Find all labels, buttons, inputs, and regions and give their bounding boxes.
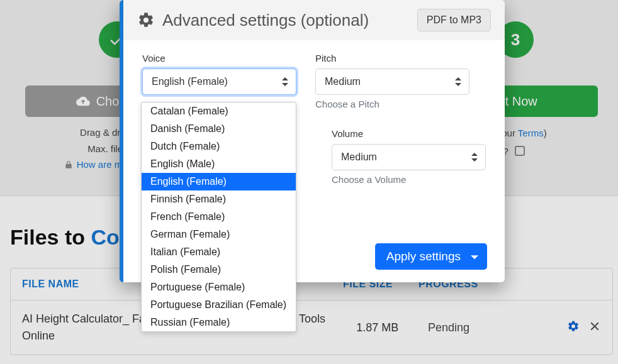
apply-settings-button[interactable]: Apply settings — [375, 243, 487, 270]
chevron-down-icon — [471, 255, 478, 259]
advanced-settings-modal: Advanced settings (optional) PDF to MP3 … — [120, 0, 505, 282]
voice-option[interactable]: Polish (Female) — [142, 261, 296, 279]
pitch-select-value: Medium — [325, 76, 361, 87]
volume-help: Choose a Volume — [332, 174, 486, 185]
voice-option[interactable]: German (Female) — [142, 226, 296, 243]
caret-icon — [455, 77, 461, 86]
pitch-help: Choose a Pitch — [315, 99, 469, 109]
modal-footer: Apply settings — [375, 243, 487, 270]
pitch-label: Pitch — [315, 53, 469, 63]
gear-icon — [137, 11, 155, 29]
modal-header: Advanced settings (optional) PDF to MP3 — [123, 0, 505, 40]
voice-option[interactable]: Finnish (Female) — [142, 190, 296, 208]
voice-option[interactable]: Dutch (Female) — [142, 138, 296, 155]
volume-label: Volume — [332, 128, 486, 139]
caret-icon — [282, 77, 288, 86]
modal-title-text: Advanced settings (optional) — [162, 11, 369, 30]
voice-option[interactable]: Portuguese (Female) — [142, 279, 296, 296]
conversion-type-button[interactable]: PDF to MP3 — [417, 9, 491, 31]
voice-option[interactable]: Russian (Female) — [142, 314, 296, 331]
voice-option[interactable]: Italian (Female) — [142, 243, 296, 261]
voice-label: Voice — [142, 53, 296, 63]
volume-select[interactable]: Medium — [332, 144, 486, 170]
voice-dropdown[interactable]: Catalan (Female)Danish (Female)Dutch (Fe… — [141, 102, 296, 332]
pitch-field: Pitch Medium Choose a Pitch — [315, 53, 469, 109]
voice-select[interactable]: English (Female) — [142, 69, 296, 95]
caret-icon — [471, 153, 478, 162]
voice-option[interactable]: Danish (Female) — [142, 120, 296, 138]
voice-select-value: English (Female) — [152, 76, 228, 87]
app-root: 3 Choose Files Convert Now Drag & drop f… — [0, 0, 618, 364]
voice-option[interactable]: French (Female) — [142, 208, 296, 226]
voice-field: Voice English (Female) — [142, 53, 296, 109]
voice-option[interactable]: Catalan (Female) — [142, 102, 296, 120]
voice-option[interactable]: English (Female) — [142, 173, 296, 190]
voice-option[interactable]: English (Male) — [142, 155, 296, 173]
volume-select-value: Medium — [341, 152, 377, 163]
apply-settings-label: Apply settings — [386, 250, 461, 263]
voice-option[interactable]: Portuguese Brazilian (Female) — [142, 296, 296, 314]
pitch-select[interactable]: Medium — [315, 69, 469, 95]
volume-field: Volume Medium Choose a Volume — [332, 128, 486, 185]
